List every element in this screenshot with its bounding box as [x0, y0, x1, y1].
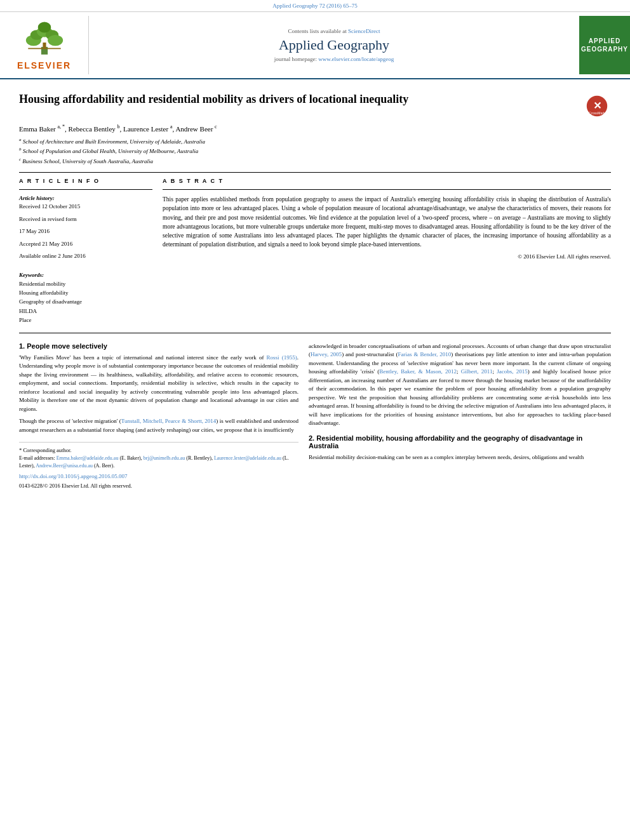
footnotes-section: * Corresponding author. E-mail addresses… — [19, 442, 298, 490]
homepage-label: journal homepage: — [274, 56, 318, 62]
journal-ref-text: Applied Geography 72 (2016) 65–75 — [272, 3, 357, 9]
keyword-4: HILDA — [19, 307, 152, 316]
jacobs-link[interactable]: Jacobs, 2015 — [497, 368, 528, 375]
affiliation-b: b School of Population and Global Health… — [19, 146, 611, 156]
email1-name: (E. Baker), — [119, 455, 143, 461]
email-label: E-mail addresses: — [19, 455, 57, 461]
body-divider — [19, 333, 611, 333]
gilbert-link[interactable]: Gilbert, 2011 — [461, 368, 493, 375]
section1-para1: 'Why Families Move' has been a topic of … — [19, 354, 298, 414]
svg-rect-8 — [28, 48, 60, 50]
revised-date: 17 May 2016 — [19, 227, 152, 236]
header-divider — [19, 172, 611, 173]
article-title: Housing affordability and residential mo… — [19, 92, 579, 107]
elsevier-tree-icon — [19, 20, 70, 58]
keyword-2: Housing affordability — [19, 288, 152, 297]
email4-name: (A. Beer). — [94, 463, 114, 469]
info-divider — [19, 189, 152, 190]
article-title-section: Housing affordability and residential mo… — [19, 87, 611, 119]
homepage-link[interactable]: www.elsevier.com/locate/apgeog — [318, 56, 394, 62]
affiliation-a: a School of Architecture and Built Envir… — [19, 137, 611, 147]
doi-link[interactable]: http://dx.doi.org/10.1016/j.apgeog.2016.… — [19, 472, 298, 481]
abstract-column: A B S T R A C T This paper applies estab… — [163, 178, 611, 324]
body-section: 1. People move selectively 'Why Families… — [19, 342, 611, 491]
harvey-2005-link[interactable]: Harvey, 2005 — [311, 351, 342, 357]
svg-text:CrossMark: CrossMark — [589, 111, 605, 115]
article-info-column: A R T I C L E I N F O Article history: R… — [19, 178, 152, 324]
email2-name: (R. Bentley), — [186, 455, 214, 461]
sciencedirect-line: Contents lists available at ScienceDirec… — [288, 28, 380, 34]
homepage-line: journal homepage: www.elsevier.com/locat… — [274, 56, 394, 62]
section1-heading: 1. People move selectively — [19, 342, 298, 350]
email1-link[interactable]: Emma.baker@adelaide.edu.au — [57, 455, 119, 461]
info-abstract-columns: A R T I C L E I N F O Article history: R… — [19, 178, 611, 324]
elsevier-wordmark: ELSEVIER — [17, 60, 71, 70]
keyword-5: Place — [19, 316, 152, 324]
copyright-text: © 2016 Elsevier Ltd. All rights reserved… — [163, 253, 611, 260]
article-info-label: A R T I C L E I N F O — [19, 178, 152, 184]
crossmark-icon: ✕ CrossMark — [586, 95, 608, 117]
svg-point-6 — [48, 35, 63, 46]
accepted-date: Accepted 21 May 2016 — [19, 240, 152, 249]
body-right-column: acknowledged in broader conceptualisatio… — [309, 342, 611, 491]
issn-text: 0143-6228/© 2016 Elsevier Ltd. All right… — [19, 482, 298, 490]
section2-para1: Residential mobility decision-making can… — [309, 453, 611, 462]
tunstall-link[interactable]: Tunstall, Mitchell, Pearce & Shortt, 201… — [121, 418, 217, 424]
authors-line: Emma Baker a, *, Rebecca Bentley b, Laur… — [19, 124, 611, 133]
journal-header: ELSEVIER Contents lists available at Sci… — [0, 12, 630, 79]
keywords-label: Keywords: — [19, 272, 152, 278]
crossmark-badge: ✕ CrossMark — [586, 95, 611, 119]
section2-heading: 2. Residential mobility, housing afforda… — [309, 434, 611, 450]
keywords-list: Residential mobility Housing affordabili… — [19, 279, 152, 325]
email3-link[interactable]: Laurence.lester@adelaide.edu.au — [214, 455, 281, 461]
journal-brand-logo: APPLIED GEOGRAPHY — [579, 16, 630, 74]
affiliations-block: a School of Architecture and Built Envir… — [19, 137, 611, 166]
affiliation-c: c Business School, University of South A… — [19, 156, 611, 166]
abstract-divider — [163, 189, 611, 190]
received-revised-label: Received in revised form — [19, 215, 152, 224]
svg-text:✕: ✕ — [593, 100, 601, 111]
available-online-date: Available online 2 June 2016 — [19, 252, 152, 261]
abstract-text: This paper applies established methods f… — [163, 195, 611, 250]
email2-link[interactable]: brj@unimelb.edu.au — [144, 455, 185, 461]
received-date: Received 12 October 2015 — [19, 203, 152, 211]
section1-right-para1: acknowledged in broader conceptualisatio… — [309, 342, 611, 428]
svg-point-7 — [37, 22, 51, 32]
journal-name: Applied Geography — [279, 37, 389, 53]
doi-anchor[interactable]: http://dx.doi.org/10.1016/j.apgeog.2016.… — [19, 473, 128, 479]
journal-reference: Applied Geography 72 (2016) 65–75 — [0, 0, 630, 12]
contents-text: Contents lists available at — [288, 28, 348, 34]
keyword-1: Residential mobility — [19, 279, 152, 288]
main-content: Housing affordability and residential mo… — [0, 79, 630, 498]
journal-title-block: Contents lists available at ScienceDirec… — [89, 16, 579, 74]
brand-logo-text: APPLIED GEOGRAPHY — [581, 37, 628, 53]
rossi-1955-link[interactable]: Rossi (1955) — [267, 354, 297, 361]
section1-para2: Though the process of 'selective migrati… — [19, 417, 298, 434]
bentley-baker-mason-link[interactable]: Bentley, Baker, & Mason, 2012 — [379, 368, 457, 375]
elsevier-logo: ELSEVIER — [0, 16, 89, 74]
body-left-column: 1. People move selectively 'Why Families… — [19, 342, 298, 491]
history-label: Article history: — [19, 195, 152, 201]
svg-rect-1 — [43, 43, 46, 48]
corresponding-author-note: * Corresponding author. — [19, 446, 298, 455]
farias-bender-link[interactable]: Farias & Bender, 2010 — [398, 351, 452, 357]
sciencedirect-link[interactable]: ScienceDirect — [348, 28, 380, 34]
abstract-label: A B S T R A C T — [163, 178, 611, 184]
email-addresses: E-mail addresses: Emma.baker@adelaide.ed… — [19, 455, 298, 470]
keyword-3: Geography of disadvantage — [19, 297, 152, 306]
email4-link[interactable]: Andrew.Beer@unisa.edu.au — [36, 463, 93, 469]
